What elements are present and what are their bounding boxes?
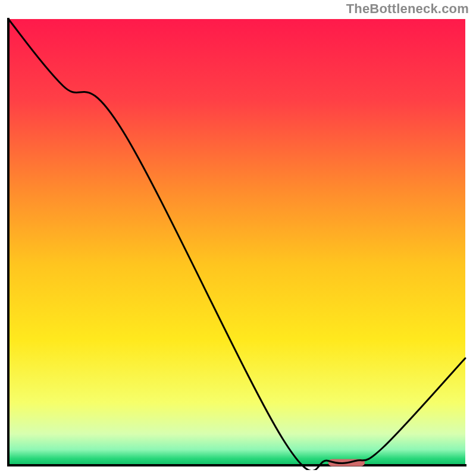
chart-background-gradient (8, 19, 465, 465)
watermark-text: TheBottleneck.com (346, 1, 469, 17)
chart-container: TheBottleneck.com (0, 0, 476, 476)
chart-svg (5, 17, 469, 470)
chart-plot-area (5, 17, 469, 470)
